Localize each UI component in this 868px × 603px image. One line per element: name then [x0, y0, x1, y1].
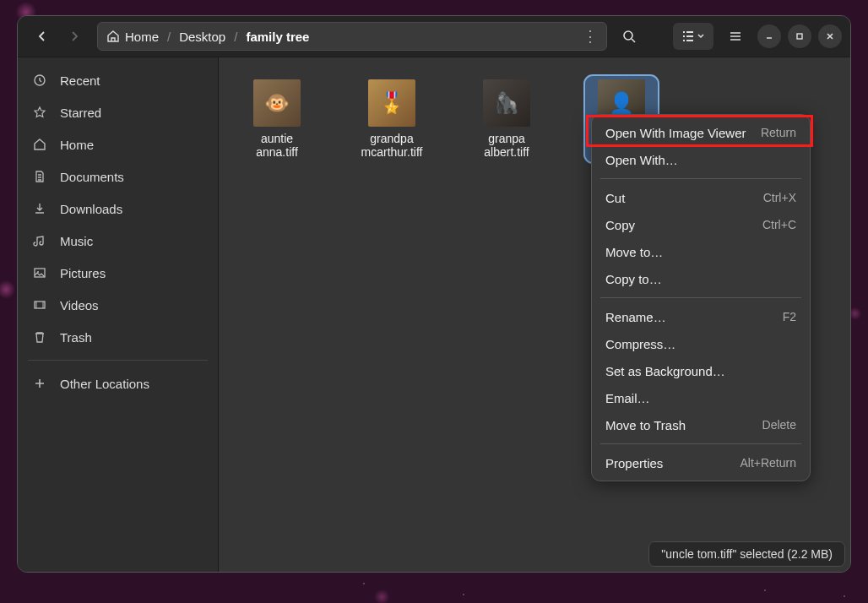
- sidebar-item-home[interactable]: Home: [18, 128, 218, 160]
- sidebar-item-label: Starred: [60, 106, 101, 120]
- ctx-label: Rename…: [605, 310, 666, 324]
- ctx-open-with[interactable]: Open With…: [592, 146, 810, 173]
- pictures-icon: [33, 266, 48, 280]
- ctx-shortcut: F2: [783, 310, 796, 323]
- close-button[interactable]: [818, 24, 842, 48]
- svg-rect-1: [797, 34, 802, 39]
- ctx-shortcut: Ctrl+C: [762, 218, 796, 231]
- minimize-button[interactable]: [757, 24, 781, 48]
- file-item[interactable]: 🐵 auntie anna.tiff: [239, 74, 315, 164]
- videos-icon: [33, 298, 48, 312]
- nav-back-button[interactable]: [26, 23, 58, 50]
- ctx-rename[interactable]: Rename… F2: [592, 303, 810, 330]
- sidebar-item-label: Pictures: [60, 266, 106, 280]
- plus-icon: [33, 377, 48, 390]
- view-mode-button[interactable]: [673, 23, 713, 50]
- ctx-copy[interactable]: Copy Ctrl+C: [592, 211, 810, 238]
- nav-forward-button[interactable]: [58, 23, 90, 50]
- sidebar-divider: [28, 360, 208, 361]
- close-icon: [826, 32, 834, 41]
- ctx-shortcut: Return: [761, 126, 796, 139]
- sidebar-item-trash[interactable]: Trash: [18, 321, 218, 353]
- ctx-label: Copy: [605, 218, 635, 232]
- file-label: granpa albert.tiff: [474, 132, 540, 159]
- svg-point-0: [624, 31, 632, 40]
- sidebar-item-downloads[interactable]: Downloads: [18, 193, 218, 225]
- ctx-compress[interactable]: Compress…: [592, 330, 810, 357]
- ctx-label: Email…: [605, 391, 650, 405]
- ctx-shortcut: Alt+Return: [740, 456, 796, 470]
- sidebar-item-starred[interactable]: Starred: [18, 96, 218, 128]
- sidebar-item-label: Videos: [60, 298, 99, 312]
- breadcrumb-desktop[interactable]: Desktop: [179, 30, 225, 44]
- sidebar-item-label: Other Locations: [60, 377, 149, 391]
- breadcrumb-separator: /: [234, 30, 237, 44]
- ctx-label: Open With Image Viewer: [605, 126, 746, 140]
- breadcrumb-separator: /: [167, 30, 171, 44]
- ctx-label: Compress…: [605, 337, 675, 351]
- file-thumbnail: 🦍: [483, 79, 530, 127]
- sidebar-item-other-locations[interactable]: Other Locations: [18, 367, 218, 399]
- breadcrumb-home[interactable]: Home: [106, 30, 159, 44]
- ctx-label: Cut: [605, 191, 625, 205]
- ctx-divider: [600, 443, 801, 444]
- path-menu-icon[interactable]: ⋮: [583, 27, 598, 46]
- breadcrumb-current[interactable]: family tree: [246, 30, 309, 44]
- sidebar-item-label: Music: [60, 234, 93, 248]
- ctx-label: Copy to…: [605, 272, 662, 286]
- ctx-shortcut: Ctrl+X: [763, 191, 796, 204]
- file-item[interactable]: 🎖️ grandpa mcarthur.tiff: [354, 74, 430, 164]
- context-menu: Open With Image Viewer Return Open With……: [591, 114, 811, 481]
- star-icon: [33, 106, 48, 119]
- trash-icon: [33, 330, 48, 344]
- file-label: grandpa mcarthur.tiff: [359, 132, 425, 159]
- menu-icon: [729, 30, 742, 43]
- sidebar-item-pictures[interactable]: Pictures: [18, 257, 218, 289]
- sidebar-item-label: Home: [60, 138, 94, 152]
- ctx-properties[interactable]: Properties Alt+Return: [592, 449, 810, 476]
- maximize-icon: [795, 32, 804, 41]
- minimize-icon: [765, 32, 773, 41]
- ctx-label: Set as Background…: [605, 364, 725, 378]
- maximize-button[interactable]: [788, 24, 811, 48]
- sidebar-item-label: Documents: [60, 170, 124, 184]
- music-icon: [33, 234, 48, 247]
- sidebar: Recent Starred Home Documents Downloads …: [18, 57, 219, 572]
- sidebar-item-videos[interactable]: Videos: [18, 289, 218, 321]
- sidebar-item-recent[interactable]: Recent: [18, 64, 218, 96]
- status-text: "uncle tom.tiff" selected (2.2 MB): [661, 547, 833, 561]
- file-label: auntie anna.tiff: [244, 132, 310, 159]
- list-icon: [681, 30, 695, 43]
- file-thumbnail: 🐵: [253, 79, 301, 127]
- file-thumbnail: 🎖️: [368, 79, 415, 127]
- ctx-label: Move to…: [605, 245, 663, 259]
- documents-icon: [33, 170, 48, 183]
- ctx-email[interactable]: Email…: [592, 384, 810, 411]
- ctx-shortcut: Delete: [762, 418, 796, 432]
- ctx-move-to[interactable]: Move to…: [592, 238, 810, 265]
- breadcrumb[interactable]: Home / Desktop / family tree ⋮: [97, 22, 607, 51]
- titlebar: Home / Desktop / family tree ⋮: [18, 16, 850, 57]
- ctx-copy-to[interactable]: Copy to…: [592, 265, 810, 292]
- ctx-open-with-viewer[interactable]: Open With Image Viewer Return: [592, 119, 810, 146]
- sidebar-item-documents[interactable]: Documents: [18, 160, 218, 193]
- sidebar-item-music[interactable]: Music: [18, 225, 218, 257]
- ctx-divider: [600, 297, 801, 298]
- ctx-label: Properties: [605, 456, 663, 470]
- ctx-label: Move to Trash: [605, 418, 686, 432]
- statusbar: "uncle tom.tiff" selected (2.2 MB): [648, 541, 845, 567]
- file-item[interactable]: 🦍 granpa albert.tiff: [469, 74, 545, 164]
- ctx-divider: [600, 178, 801, 179]
- ctx-cut[interactable]: Cut Ctrl+X: [592, 184, 810, 211]
- search-icon: [622, 30, 636, 43]
- home-icon: [33, 138, 48, 151]
- ctx-move-to-trash[interactable]: Move to Trash Delete: [592, 411, 810, 438]
- hamburger-menu-button[interactable]: [720, 23, 751, 50]
- downloads-icon: [33, 202, 48, 215]
- sidebar-item-label: Trash: [60, 330, 92, 345]
- sidebar-item-label: Downloads: [60, 202, 122, 216]
- search-button[interactable]: [614, 23, 644, 50]
- clock-icon: [33, 73, 48, 87]
- sidebar-item-label: Recent: [60, 73, 100, 88]
- ctx-set-background[interactable]: Set as Background…: [592, 357, 810, 384]
